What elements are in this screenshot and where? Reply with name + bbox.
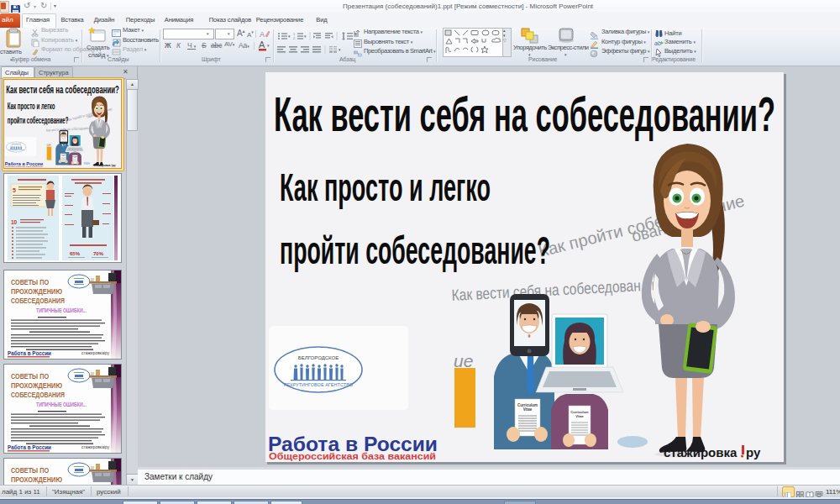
- svg-text:ру: ру: [746, 445, 761, 459]
- svg-text:10: 10: [11, 219, 18, 225]
- svg-text:5: 5: [13, 187, 16, 193]
- svg-text:стажировкаіру: стажировкаіру: [81, 350, 110, 355]
- svg-text:Vitae: Vitae: [523, 407, 533, 412]
- svg-text:Как просто и легко: Как просто и легко: [280, 165, 491, 209]
- svg-text:пройти собеседование?: пройти собеседование?: [280, 228, 550, 272]
- svg-text:▾: ▾: [304, 34, 307, 39]
- svg-text:Работа в России: Работа в России: [8, 350, 51, 356]
- svg-text:стажировка: стажировка: [664, 445, 738, 459]
- svg-text:Vitae: Vitae: [575, 414, 584, 418]
- svg-text:Общероссийская база вакансий: Общероссийская база вакансий: [269, 452, 436, 461]
- svg-text:70%: 70%: [93, 251, 104, 256]
- svg-text:БЕЛГОРОДСКОЕ: БЕЛГОРОДСКОЕ: [298, 355, 339, 360]
- svg-text:Как вести себя на собеседовани: Как вести себя на собеседовании?: [274, 87, 775, 141]
- svg-text:▾: ▾: [339, 47, 341, 52]
- svg-text:2: 2: [293, 36, 296, 40]
- svg-text:СОВЕТЫ ПО: СОВЕТЫ ПО: [11, 277, 49, 286]
- svg-text:СОБЕСЕДОВАНИЯ: СОБЕСЕДОВАНИЯ: [11, 296, 65, 305]
- svg-text:A: A: [260, 30, 265, 39]
- svg-text:65%: 65%: [70, 251, 81, 256]
- svg-text:ПРОХОЖДЕНИЮ: ПРОХОЖДЕНИЮ: [11, 286, 62, 296]
- svg-text:А: А: [259, 39, 265, 50]
- svg-text:▾: ▾: [288, 34, 291, 39]
- svg-text:▾: ▾: [267, 43, 270, 48]
- svg-text:ие: ие: [454, 351, 473, 370]
- svg-text:ТИПИЧНЫЕ ОШИБКИ...: ТИПИЧНЫЕ ОШИБКИ...: [36, 307, 87, 314]
- svg-text:РЕКРУТИНГОВОЕ АГЕНТСТВО: РЕКРУТИНГОВОЕ АГЕНТСТВО: [284, 382, 354, 387]
